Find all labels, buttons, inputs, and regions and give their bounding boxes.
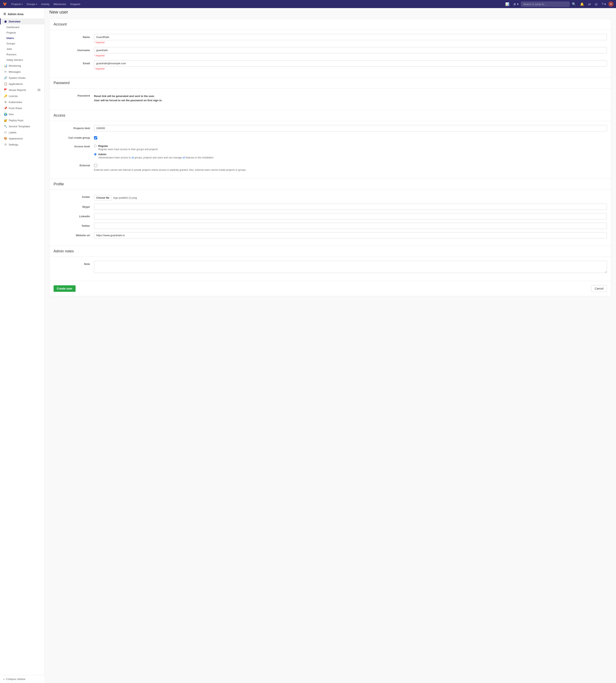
sidebar-item-abuse-reports[interactable]: 🚩 Abuse Reports 0 <box>0 87 44 93</box>
sidebar-item-service-templates[interactable]: 🔧 Service Templates <box>0 123 44 129</box>
username-field: * required <box>94 47 607 57</box>
sidebar-item-license[interactable]: 🔑 License <box>0 93 44 99</box>
access-section: Projects limit Can create group Access l… <box>49 121 611 179</box>
username-row: Username * required <box>53 47 607 57</box>
name-label: Name <box>53 34 94 39</box>
nav-activity-btn[interactable]: Activity <box>40 2 51 6</box>
sidebar-item-push-rules[interactable]: 📌 Push Rules <box>0 105 44 111</box>
linkedin-input[interactable] <box>94 213 607 219</box>
can-create-group-row: Can create group <box>53 135 607 140</box>
admin-desc-all-link-2[interactable]: all <box>182 156 185 159</box>
admin-icon: ⚙ <box>3 12 6 16</box>
sidebar-item-monitoring[interactable]: 📊 Monitoring <box>0 63 44 69</box>
form-actions: Create user Cancel <box>49 281 611 296</box>
admin-radio-desc: Administrators have access to all groups… <box>98 156 607 159</box>
geo-icon: 🌍 <box>4 113 7 116</box>
nav-milestones-btn[interactable]: Milestones <box>52 2 68 6</box>
help-icon[interactable]: ? ▾ <box>600 1 608 7</box>
notifications-icon[interactable]: 🔔 <box>578 1 586 7</box>
sidebar-item-deploy-keys[interactable]: 🔐 Deploy Keys <box>0 117 44 123</box>
website-url-input[interactable] <box>94 232 607 239</box>
sidebar-item-overview[interactable]: ◉ Overview <box>0 18 44 24</box>
email-required: * required <box>94 67 607 70</box>
sidebar-sub-runners[interactable]: Runners <box>0 52 44 57</box>
sidebar-sub-dashboard[interactable]: Dashboard <box>0 24 44 30</box>
projects-limit-input[interactable] <box>94 125 607 131</box>
regular-radio-label[interactable]: Regular <box>94 145 607 148</box>
skype-input[interactable] <box>94 204 607 210</box>
search-icon[interactable]: 🔍 <box>570 1 578 7</box>
admin-radio-input[interactable] <box>94 153 96 156</box>
regular-radio-input[interactable] <box>94 145 96 147</box>
choose-file-btn[interactable]: Choose file <box>94 195 112 200</box>
push-rules-icon: 📌 <box>4 107 7 110</box>
sidebar-item-applications[interactable]: 📋 Applications <box>0 81 44 87</box>
can-create-group-field <box>94 135 607 140</box>
sidebar-item-kubernetes[interactable]: ☸ Kubernetes <box>0 99 44 105</box>
can-create-group-label: Can create group <box>53 135 94 139</box>
labels-icon: 🏷 <box>4 131 7 134</box>
username-required: * required <box>94 54 607 57</box>
twitter-label: Twitter <box>53 223 94 227</box>
can-create-group-checkbox[interactable] <box>94 136 97 139</box>
website-url-row: Website url <box>53 232 607 239</box>
password-label: Password <box>53 92 94 97</box>
name-field: * required <box>94 34 607 44</box>
stats-icon[interactable]: 📊 <box>504 1 511 7</box>
nav-groups-btn[interactable]: Groups ▾ <box>25 2 39 6</box>
sidebar-item-system-hooks[interactable]: 🔗 System Hooks <box>0 75 44 81</box>
external-row: External External users cannot see inter… <box>53 162 607 171</box>
account-section-title: Account <box>49 19 611 30</box>
main-content: Admin Area › New User New user Account N… <box>44 0 616 300</box>
kubernetes-icon: ☸ <box>4 101 7 104</box>
sidebar-sub-projects[interactable]: Projects <box>0 30 44 35</box>
sidebar-item-geo[interactable]: 🌍 Geo <box>0 111 44 117</box>
sidebar-item-messages[interactable]: ✉ Messages <box>0 69 44 75</box>
issues-icon[interactable]: ◎ <box>593 1 599 7</box>
nav-snippets-btn[interactable]: Snippets <box>68 2 82 6</box>
user-avatar[interactable]: H <box>608 1 614 7</box>
admin-desc-all-link-1[interactable]: all <box>131 156 134 159</box>
sidebar-item-appearance[interactable]: 🎨 Appearance <box>0 135 44 141</box>
projects-limit-row: Projects limit <box>53 125 607 131</box>
note-label: Note <box>53 261 94 266</box>
email-label: Email <box>53 60 94 65</box>
new-user-form: Account Name * required Username * requi… <box>49 19 611 296</box>
email-row: Email * required <box>53 60 607 70</box>
name-input[interactable] <box>94 34 607 40</box>
merge-requests-icon[interactable]: ⇄ <box>587 1 592 7</box>
search-input[interactable] <box>521 2 570 7</box>
twitter-input[interactable] <box>94 223 607 229</box>
sidebar-item-settings[interactable]: ⚙ Settings <box>0 141 44 148</box>
website-url-label: Website url <box>53 232 94 237</box>
gitlab-logo[interactable] <box>2 2 7 6</box>
email-input[interactable] <box>94 60 607 66</box>
linkedin-field <box>94 213 607 219</box>
name-row: Name * required <box>53 34 607 44</box>
avatar-field: Choose file logo-padded (1).png <box>94 194 607 200</box>
cancel-button[interactable]: Cancel <box>591 285 607 292</box>
password-section: Password Reset link will be generated an… <box>49 89 611 110</box>
settings-icon: ⚙ <box>4 143 7 146</box>
file-name: logo-padded (1).png <box>113 196 137 199</box>
sidebar-sub-gitaly-servers[interactable]: Gitaly Servers <box>0 57 44 63</box>
sidebar-sub-jobs[interactable]: Jobs <box>0 46 44 52</box>
sidebar-sub-groups[interactable]: Groups <box>0 41 44 46</box>
regular-radio-desc: Regular users have access to their group… <box>98 148 607 151</box>
create-user-button[interactable]: Create user <box>53 285 75 292</box>
admin-radio-label[interactable]: Admin <box>94 153 607 156</box>
chevron-down-icon: ▾ <box>36 3 37 5</box>
plus-create-icon[interactable]: ⊕ ▾ <box>512 1 520 7</box>
note-textarea[interactable] <box>94 261 607 273</box>
nav-projects-btn[interactable]: Projects ▾ <box>10 2 24 6</box>
sidebar-item-labels[interactable]: 🏷 Labels <box>0 129 44 135</box>
sidebar-sub-users[interactable]: Users <box>0 35 44 41</box>
chevron-down-icon: ▾ <box>22 3 23 5</box>
account-section: Name * required Username * required Emai… <box>49 30 611 78</box>
password-hint: Reset link will be generated and sent to… <box>94 92 607 103</box>
system-hooks-icon: 🔗 <box>4 76 7 80</box>
external-checkbox[interactable] <box>94 164 97 167</box>
username-input[interactable] <box>94 47 607 53</box>
avatar-label: Avatar <box>53 194 94 198</box>
linkedin-label: Linkedin <box>53 213 94 218</box>
